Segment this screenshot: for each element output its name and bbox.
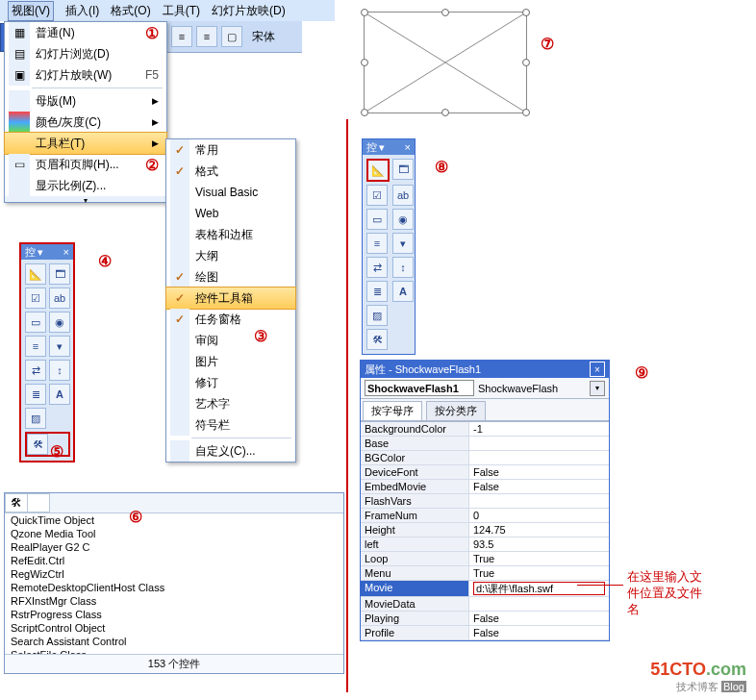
menu-item-slideshow[interactable]: ▣ 幻灯片放映(W) F5 xyxy=(5,64,166,86)
resize-handle[interactable] xyxy=(361,109,368,116)
menu-item-header[interactable]: ▭ 页眉和页脚(H)... ② xyxy=(5,154,166,175)
properties-grid[interactable]: BackgroundColor-1BaseBGColorDeviceFontFa… xyxy=(361,421,609,640)
spin-icon[interactable]: ↕ xyxy=(392,257,414,278)
toolbar-btn-indent[interactable]: ≡ xyxy=(171,26,192,47)
menu-item-color[interactable]: 颜色/灰度(C) ▶ xyxy=(5,112,166,133)
more-controls-dialog[interactable]: 🛠 QuickTime Object Qzone Media Tool Real… xyxy=(4,492,344,674)
menu-format[interactable]: 格式(O) xyxy=(111,3,150,19)
dropdown-icon[interactable]: ▾ xyxy=(379,141,385,154)
combo-icon[interactable]: ▾ xyxy=(49,336,70,357)
combo-icon[interactable]: ▾ xyxy=(392,233,414,254)
submenu-item-control-toolbox[interactable]: ✓控件工具箱 xyxy=(165,287,296,310)
embedded-object-placeholder[interactable] xyxy=(364,12,527,113)
label-icon[interactable]: A xyxy=(392,281,414,302)
property-row[interactable]: EmbedMovieFalse xyxy=(361,480,609,494)
submenu-item[interactable]: ✓绘图 xyxy=(166,266,295,288)
list-item[interactable]: ScriptControl Object xyxy=(5,621,343,635)
menu-item-zoom[interactable]: 显示比例(Z)... xyxy=(5,175,166,196)
listbox-icon[interactable]: ≡ xyxy=(25,336,46,357)
property-row[interactable]: Base xyxy=(361,437,609,451)
object-name-input[interactable] xyxy=(365,380,474,396)
close-icon[interactable]: × xyxy=(63,246,69,258)
close-icon[interactable]: × xyxy=(590,362,605,377)
property-value[interactable]: 124.75 xyxy=(469,523,609,537)
menubar[interactable]: 视图(V) 插入(I) 格式(O) 工具(T) 幻灯片放映(D) xyxy=(0,0,335,21)
property-row[interactable]: MenuTrue xyxy=(361,566,609,581)
option-icon[interactable]: ◉ xyxy=(49,312,70,333)
menu-tools[interactable]: 工具(T) xyxy=(163,3,200,19)
menu-view[interactable]: 视图(V) xyxy=(8,1,54,21)
property-row[interactable]: LoopTrue xyxy=(361,552,609,566)
tab-tools[interactable]: 🛠 xyxy=(5,493,28,512)
toggle-icon[interactable]: ⇄ xyxy=(366,257,388,278)
property-value[interactable]: 0 xyxy=(469,509,609,522)
option-icon[interactable]: ◉ xyxy=(392,209,414,230)
textbox-icon[interactable]: ab xyxy=(392,185,414,206)
property-row[interactable]: DeviceFontFalse xyxy=(361,465,609,480)
menu-item-normal[interactable]: ▦ 普通(N) ① xyxy=(5,22,166,43)
checkbox-icon[interactable]: ☑ xyxy=(25,288,46,309)
button-icon[interactable]: ▭ xyxy=(366,209,388,230)
property-value[interactable] xyxy=(469,597,609,611)
design-mode-icon[interactable]: 📐 xyxy=(25,263,46,285)
more-controls-icon[interactable]: 🛠 xyxy=(366,329,388,350)
tab-alphabetic[interactable]: 按字母序 xyxy=(363,401,422,420)
resize-handle[interactable] xyxy=(522,59,530,66)
submenu-item[interactable]: 符号栏 xyxy=(166,414,295,436)
property-row[interactable]: BackgroundColor-1 xyxy=(361,422,609,437)
property-row[interactable]: PlayingFalse xyxy=(361,612,609,626)
property-value[interactable]: False xyxy=(469,626,609,639)
dropdown-icon[interactable]: ▾ xyxy=(38,246,43,259)
resize-handle[interactable] xyxy=(441,9,449,16)
resize-handle[interactable] xyxy=(361,9,368,16)
property-value[interactable]: 93.5 xyxy=(469,538,609,551)
list-item[interactable]: RealPlayer G2 C xyxy=(5,540,343,554)
panel-titlebar[interactable]: 控 ▾ × xyxy=(363,139,415,155)
property-value[interactable]: False xyxy=(469,465,609,479)
property-row[interactable]: FrameNum0 xyxy=(361,509,609,523)
property-value[interactable]: False xyxy=(469,612,609,625)
button-icon[interactable]: ▭ xyxy=(25,312,46,333)
control-toolbox-panel-2[interactable]: 控 ▾ × 📐 🗔 ☑ ab ▭ ◉ ≡ ▾ ⇄ ↕ ≣ A ▨ 🛠 xyxy=(362,138,416,355)
submenu-item[interactable]: ✓常用 xyxy=(166,139,295,161)
menu-item-toolbar[interactable]: 工具栏(T) ▶ xyxy=(4,132,167,155)
submenu-item[interactable]: 图片 xyxy=(166,351,295,372)
submenu-item[interactable]: 修订 xyxy=(166,372,295,393)
toolbar-submenu[interactable]: ✓常用 ✓格式 Visual Basic Web 表格和边框 大纲 ✓绘图 ✓控… xyxy=(165,138,296,462)
properties-icon[interactable]: 🗔 xyxy=(392,159,414,180)
list-item[interactable]: RefEdit.Ctrl xyxy=(5,554,343,567)
tab-categorized[interactable]: 按分类序 xyxy=(426,401,486,420)
property-value[interactable] xyxy=(469,494,609,508)
listbox-icon[interactable]: ≡ xyxy=(366,233,388,254)
menu-slideshow[interactable]: 幻灯片放映(D) xyxy=(212,3,286,19)
submenu-item-customize[interactable]: 自定义(C)... xyxy=(166,440,295,462)
property-value[interactable]: True xyxy=(469,552,609,565)
toggle-icon[interactable]: ⇄ xyxy=(25,360,46,381)
toolbar-btn-outdent[interactable]: ≡ xyxy=(196,26,217,47)
control-toolbox-panel[interactable]: 控 ▾ × 📐 🗔 ☑ ab ▭ ◉ ≡ ▾ ⇄ ↕ ≣ A ▨ 🛠 xyxy=(19,242,75,462)
spin-icon[interactable]: ↕ xyxy=(49,360,70,381)
property-row[interactable]: MovieData xyxy=(361,597,609,612)
submenu-item[interactable]: Visual Basic xyxy=(166,182,295,203)
submenu-item[interactable]: ✓格式 xyxy=(166,161,295,182)
submenu-item[interactable]: 表格和边框 xyxy=(166,224,295,245)
list-item[interactable]: Qzone Media Tool xyxy=(5,527,343,540)
design-mode-icon[interactable]: 📐 xyxy=(366,159,390,182)
submenu-item[interactable]: 大纲 xyxy=(166,245,295,266)
list-item[interactable]: Search Assistant Control xyxy=(5,635,343,648)
image-icon[interactable]: ▨ xyxy=(366,305,388,326)
list-item[interactable]: RegWizCtrl xyxy=(5,567,343,581)
resize-handle[interactable] xyxy=(361,59,368,66)
properties-window[interactable]: 属性 - ShockwaveFlash1 × ShockwaveFlash ▾ … xyxy=(360,360,610,641)
list-item[interactable]: QuickTime Object xyxy=(5,513,343,527)
tab-blank[interactable] xyxy=(27,493,50,512)
controls-listbox[interactable]: QuickTime Object Qzone Media Tool RealPl… xyxy=(5,513,343,654)
submenu-item[interactable]: Web xyxy=(166,203,295,224)
window-titlebar[interactable]: 属性 - ShockwaveFlash1 × xyxy=(361,361,609,378)
list-item[interactable]: RemoteDesktopClientHost Class xyxy=(5,581,343,594)
property-value[interactable] xyxy=(469,581,609,596)
property-value[interactable]: True xyxy=(469,566,609,580)
more-controls-icon[interactable]: 🛠 xyxy=(27,434,48,455)
label-icon[interactable]: A xyxy=(49,384,70,405)
property-row[interactable]: Movie xyxy=(361,581,609,597)
